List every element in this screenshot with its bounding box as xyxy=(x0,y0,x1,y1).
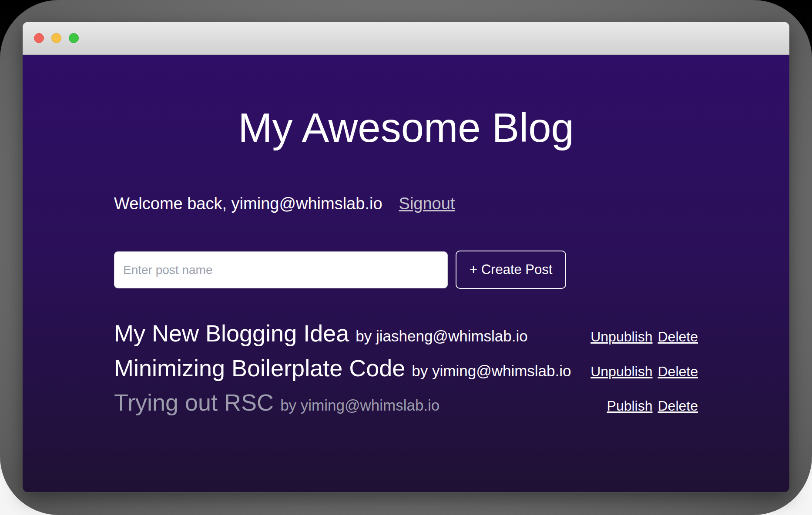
post-actions: Unpublish Delete xyxy=(591,365,698,379)
unpublish-link[interactable]: Unpublish xyxy=(591,330,652,344)
user-bar: Welcome back, yiming@whimslab.io Signout xyxy=(114,194,698,213)
unpublish-link[interactable]: Unpublish xyxy=(591,365,652,379)
minimize-button[interactable] xyxy=(51,33,61,43)
create-post-row: + Create Post xyxy=(114,251,698,289)
window-titlebar xyxy=(23,22,789,55)
post-info: My New Blogging Idea by jiasheng@whimsla… xyxy=(114,321,528,346)
delete-link[interactable]: Delete xyxy=(658,365,698,379)
app-window: My Awesome Blog Welcome back, yiming@whi… xyxy=(23,22,789,492)
publish-link[interactable]: Publish xyxy=(607,399,653,414)
page-content: My Awesome Blog Welcome back, yiming@whi… xyxy=(23,55,789,492)
browser-frame: My Awesome Blog Welcome back, yiming@whi… xyxy=(0,0,812,515)
page-title: My Awesome Blog xyxy=(114,105,698,150)
post-byline: by yiming@whimslab.io xyxy=(280,397,440,413)
delete-link[interactable]: Delete xyxy=(658,330,698,344)
post-list: My New Blogging Idea by jiasheng@whimsla… xyxy=(114,321,698,415)
zoom-button[interactable] xyxy=(69,33,79,43)
welcome-text: Welcome back, yiming@whimslab.io xyxy=(114,194,383,213)
post-byline: by jiasheng@whimslab.io xyxy=(356,328,527,344)
delete-link[interactable]: Delete xyxy=(658,399,698,414)
post-actions: Publish Delete xyxy=(607,399,698,414)
create-post-button[interactable]: + Create Post xyxy=(456,251,566,289)
post-info: Trying out RSC by yiming@whimslab.io xyxy=(114,390,440,415)
post-title: My New Blogging Idea xyxy=(114,321,349,346)
post-title: Minimizing Boilerplate Code xyxy=(114,356,405,381)
post-row: Trying out RSC by yiming@whimslab.io Pub… xyxy=(114,390,698,415)
post-info: Minimizing Boilerplate Code by yiming@wh… xyxy=(114,356,571,381)
post-byline: by yiming@whimslab.io xyxy=(412,363,571,379)
post-title: Trying out RSC xyxy=(114,390,274,415)
post-name-input[interactable] xyxy=(114,251,448,288)
close-button[interactable] xyxy=(34,33,44,43)
post-actions: Unpublish Delete xyxy=(591,330,698,344)
post-row: My New Blogging Idea by jiasheng@whimsla… xyxy=(114,321,698,346)
traffic-lights xyxy=(34,33,79,43)
content-container: My Awesome Blog Welcome back, yiming@whi… xyxy=(114,55,698,415)
signout-link[interactable]: Signout xyxy=(399,194,455,213)
post-row: Minimizing Boilerplate Code by yiming@wh… xyxy=(114,356,698,381)
